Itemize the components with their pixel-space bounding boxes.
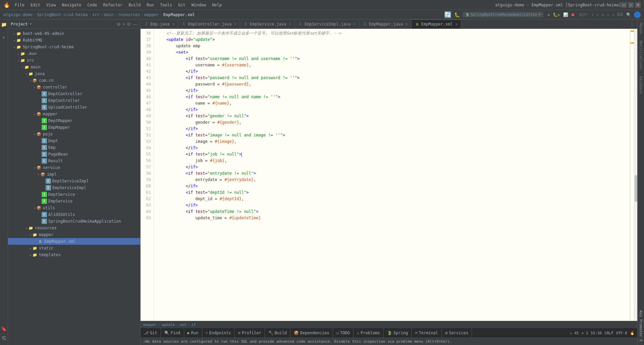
menu-help[interactable]: Help bbox=[209, 2, 224, 8]
tree-item-mvn[interactable]: ▸📁.mvn bbox=[8, 50, 140, 57]
empmapper-xml-close[interactable]: ✕ bbox=[455, 22, 458, 26]
scrollbar[interactable] bbox=[634, 29, 637, 321]
path-if[interactable]: if bbox=[191, 323, 196, 327]
tree-item-deptmapper[interactable]: IDeptMapper bbox=[8, 117, 140, 124]
run-config-dropdown[interactable]: ▼ bbox=[539, 12, 541, 17]
menu-edit[interactable]: Edit bbox=[28, 2, 43, 8]
breadcrumb-item-4[interactable]: resources bbox=[118, 12, 140, 17]
tree-item-main[interactable]: ▾📁main bbox=[8, 64, 140, 70]
database-tab[interactable]: Database bbox=[638, 73, 644, 97]
git-push[interactable]: ↑ bbox=[607, 12, 609, 17]
menu-run[interactable]: Run bbox=[144, 2, 157, 8]
empservice-close[interactable]: ✕ bbox=[289, 22, 291, 26]
git-check2[interactable]: ✓ bbox=[597, 12, 599, 17]
empserviceimpl-close[interactable]: ✕ bbox=[353, 22, 356, 26]
tabs-more-button[interactable]: ⋮ bbox=[629, 19, 635, 28]
empmapper-java-close[interactable]: ✕ bbox=[406, 22, 408, 26]
empcontroller-close[interactable]: ✕ bbox=[234, 22, 236, 26]
git-check[interactable]: ✓ bbox=[592, 12, 594, 17]
translate-icon[interactable]: A文 bbox=[617, 12, 624, 17]
notifications-tab[interactable]: Notifications bbox=[638, 37, 644, 73]
tab-run[interactable]: ▶ Run bbox=[184, 328, 202, 338]
panel-dropdown[interactable]: ▼ bbox=[30, 22, 32, 26]
tab-spring[interactable]: 🍃 Spring bbox=[384, 328, 412, 338]
tab-todo[interactable]: ☑ TODO bbox=[333, 328, 354, 338]
tree-item-emp[interactable]: CEmp bbox=[8, 144, 140, 151]
tree-item-com-cn[interactable]: ▾📦com.cn bbox=[8, 77, 140, 84]
run-config[interactable]: 🍃 SpringBootCrudHeimaApplication ▼ bbox=[463, 12, 543, 17]
menu-git[interactable]: Git bbox=[175, 2, 188, 8]
code-editor[interactable]: <!--更新员工: 如果最后一个条件不成立会多一个逗号, 可以使用Set标签代替… bbox=[154, 29, 630, 321]
profile-button[interactable]: 📊 bbox=[563, 12, 568, 17]
git-sync[interactable]: ↻ bbox=[602, 12, 604, 17]
tab-endpoints[interactable]: ⚡ Endpoints bbox=[202, 328, 235, 338]
menu-code[interactable]: Code bbox=[85, 2, 100, 8]
breadcrumb-item-3[interactable]: main bbox=[104, 12, 114, 17]
tree-item-templates[interactable]: ▸📁templates bbox=[8, 251, 140, 258]
tree-item-java[interactable]: ▾📁java bbox=[8, 70, 140, 77]
git-pull[interactable]: ↓ bbox=[612, 12, 614, 17]
tree-item-alioss[interactable]: CAliOSSUtils bbox=[8, 211, 140, 218]
stop-button[interactable]: ⏹ bbox=[571, 12, 575, 17]
path-update[interactable]: update bbox=[161, 323, 175, 327]
debug-icon[interactable]: 🐛 bbox=[454, 12, 460, 17]
tree-item-springboot-crud[interactable]: ▾📁SpringBoot-crud-heima bbox=[8, 44, 140, 50]
tab-git[interactable]: ⎇ Git bbox=[141, 328, 161, 338]
tree-item-springbootapp[interactable]: CSpringBootCrudHeimaApplication bbox=[8, 218, 140, 225]
locate-file-button[interactable]: ⊕ bbox=[117, 21, 121, 27]
tab-empmapper-xml[interactable]: 🗎 EmpMapper.xml ✕ bbox=[412, 19, 462, 28]
tree-item-deptcontroller[interactable]: CDeptController bbox=[8, 91, 140, 97]
close-button[interactable]: ✕ bbox=[635, 2, 641, 8]
tree-item-rabbitMQ[interactable]: ▸📁RabbitMQ bbox=[8, 37, 140, 44]
menu-window[interactable]: Window bbox=[189, 2, 209, 8]
tree-item-src[interactable]: ▾📁src bbox=[8, 57, 140, 64]
encoding-indicator[interactable]: UTF-8 bbox=[616, 331, 627, 335]
tab-profiler[interactable]: ⊙ Profiler bbox=[235, 328, 265, 338]
panel-settings-button[interactable]: ⚙ bbox=[127, 21, 131, 27]
tab-empmapper-java[interactable]: I EmpMapper.java ✕ bbox=[359, 19, 412, 28]
sync-icon[interactable]: 🔄 bbox=[444, 11, 451, 18]
tree-item-empcontroller-f[interactable]: CEmpController bbox=[8, 97, 140, 104]
tree-item-uploadcontroller[interactable]: CUploadController bbox=[8, 104, 140, 111]
path-mapper[interactable]: mapper bbox=[143, 323, 157, 327]
menu-tools[interactable]: Tools bbox=[157, 2, 175, 8]
tree-item-pagebean[interactable]: CPageBean bbox=[8, 151, 140, 158]
scroll-thumb[interactable] bbox=[635, 175, 637, 202]
tree-item-boot-web[interactable]: ▸📁boot-web-05-admin bbox=[8, 30, 140, 37]
bookmarks-activity-icon[interactable]: 🔖 bbox=[1, 326, 7, 332]
menu-build[interactable]: Build bbox=[126, 2, 143, 8]
minimize-button[interactable]: — bbox=[621, 2, 627, 8]
tree-item-pojo[interactable]: ▾📦pojo bbox=[8, 131, 140, 137]
tree-item-empmapper-f[interactable]: IEmpMapper bbox=[8, 124, 140, 131]
maven-tab[interactable]: Maven bbox=[638, 19, 644, 37]
tree-item-deptserviceimpl[interactable]: CDeptServiceImpl bbox=[8, 178, 140, 184]
tab-problems[interactable]: ⚠ Problems bbox=[354, 328, 384, 338]
panel-actions[interactable]: ⊕ ≡ ⚙ — bbox=[117, 21, 138, 27]
emp-java-close[interactable]: ✕ bbox=[172, 22, 175, 26]
tree-item-result[interactable]: CResult bbox=[8, 158, 140, 164]
tree-item-controller[interactable]: ▾📦controller bbox=[8, 84, 140, 91]
maximize-button[interactable]: □ bbox=[628, 2, 634, 8]
tree-item-empmapper-xml-f[interactable]: 🗎EmpMapper.xml bbox=[8, 238, 140, 245]
tree-item-utils[interactable]: ▾📦utils bbox=[8, 205, 140, 211]
breadcrumb-item-2[interactable]: src bbox=[92, 12, 100, 17]
tab-find[interactable]: 🔍 Find bbox=[161, 328, 184, 338]
tab-dependencies[interactable]: 📦 Dependencies bbox=[290, 328, 333, 338]
tab-terminal[interactable]: ⌨ Terminal bbox=[412, 328, 442, 338]
breadcrumb-item-5[interactable]: mapper bbox=[144, 12, 159, 17]
search-global-icon[interactable]: 🔍 bbox=[626, 12, 631, 17]
tab-empservice[interactable]: I EmpService.java ✕ bbox=[240, 19, 295, 28]
tree-item-impl[interactable]: ▾📦impl bbox=[8, 171, 140, 178]
panel-close-button[interactable]: — bbox=[133, 21, 138, 27]
tab-empcontroller[interactable]: C EmpController.java ✕ bbox=[178, 19, 240, 28]
menu-view[interactable]: View bbox=[44, 2, 59, 8]
tab-emp-java[interactable]: J Emp.java ✕ bbox=[141, 19, 178, 28]
breadcrumb-item-0[interactable]: atguigu-demo bbox=[3, 12, 33, 17]
crlf-indicator[interactable]: CRLF bbox=[604, 331, 613, 335]
tree-item-resources[interactable]: ▾📁resources bbox=[8, 225, 140, 231]
window-controls[interactable]: — □ ✕ bbox=[621, 2, 641, 8]
menu-navigate[interactable]: Navigate bbox=[59, 2, 84, 8]
debug-run-button[interactable]: 🐛▶ bbox=[553, 12, 560, 17]
tree-item-dept[interactable]: CDept bbox=[8, 137, 140, 144]
tree-item-static[interactable]: ▸📁static bbox=[8, 245, 140, 251]
